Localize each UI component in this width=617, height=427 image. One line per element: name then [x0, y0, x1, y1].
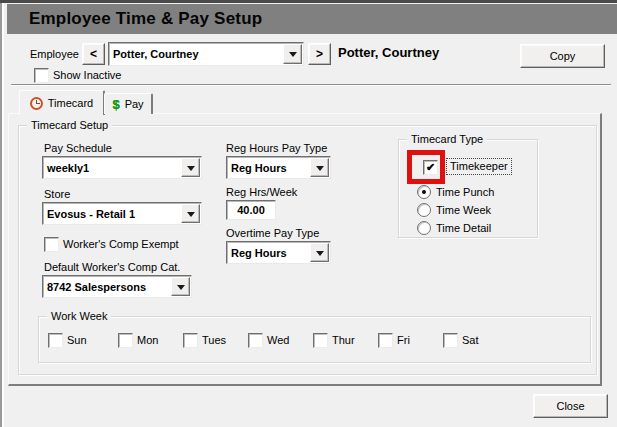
- employee-select-value: Potter, Courtney: [113, 48, 199, 60]
- day-thur-label: Thur: [332, 334, 355, 347]
- timecard-setup-group-label: Timecard Setup: [27, 119, 112, 131]
- day-mon-label: Mon: [137, 334, 158, 347]
- default-workers-comp-select[interactable]: 8742 Salespersons: [42, 275, 192, 298]
- dropdown-arrow-icon[interactable]: [181, 158, 200, 177]
- default-workers-comp-label: Default Worker's Comp Cat.: [44, 261, 180, 274]
- dollar-icon: $: [112, 97, 119, 112]
- reg-hours-pay-type-value: Reg Hours: [231, 162, 287, 174]
- show-inactive-label: Show Inactive: [53, 69, 121, 82]
- dropdown-arrow-icon[interactable]: [171, 277, 190, 296]
- employee-name-display: Potter, Courtney: [338, 46, 439, 59]
- overtime-pay-type-label: Overtime Pay Type: [226, 227, 319, 240]
- day-tues-checkbox[interactable]: [183, 333, 198, 348]
- reg-hours-pay-type-select[interactable]: Reg Hours: [226, 156, 331, 179]
- chevron-right-icon: >: [316, 47, 323, 61]
- prev-employee-button[interactable]: <: [82, 43, 105, 65]
- tab-pay[interactable]: $ Pay: [104, 93, 153, 114]
- reg-hours-pay-type-label: Reg Hours Pay Type: [226, 142, 327, 155]
- day-fri-label: Fri: [397, 334, 410, 347]
- reg-hrs-week-input[interactable]: [226, 200, 276, 220]
- show-inactive-checkbox[interactable]: [34, 68, 49, 83]
- radio-time-detail-label: Time Detail: [436, 222, 491, 235]
- workers-comp-exempt-label: Worker's Comp Exempt: [63, 238, 179, 251]
- employee-time-pay-setup-window: Employee Time & Pay Setup Employee < Pot…: [0, 0, 617, 427]
- day-wed-checkbox[interactable]: [248, 333, 263, 348]
- dropdown-arrow-icon[interactable]: [310, 158, 329, 177]
- day-mon-checkbox[interactable]: [118, 333, 133, 348]
- day-tues-label: Tues: [202, 334, 226, 347]
- employee-label: Employee: [30, 48, 79, 61]
- copy-button[interactable]: Copy: [520, 44, 605, 68]
- close-button-label: Close: [556, 400, 584, 412]
- store-label: Store: [44, 188, 70, 201]
- radio-time-detail[interactable]: [417, 221, 431, 235]
- default-workers-comp-value: 8742 Salespersons: [47, 281, 146, 293]
- title-bar: Employee Time & Pay Setup: [7, 4, 617, 34]
- header-divider: [11, 84, 611, 86]
- day-fri-checkbox[interactable]: [378, 333, 393, 348]
- next-employee-button[interactable]: >: [308, 43, 331, 65]
- day-wed-label: Wed: [267, 334, 289, 347]
- checkmark-icon: ✔: [426, 162, 435, 173]
- work-week-group-label: Work Week: [47, 310, 111, 322]
- dropdown-arrow-icon[interactable]: [181, 204, 200, 223]
- tab-timecard-label: Timecard: [48, 97, 93, 109]
- radio-time-punch-label: Time Punch: [436, 186, 494, 199]
- reg-hrs-week-label: Reg Hrs/Week: [226, 186, 297, 199]
- close-button[interactable]: Close: [533, 394, 608, 418]
- day-thur-checkbox[interactable]: [313, 333, 328, 348]
- workers-comp-exempt-checkbox[interactable]: [44, 237, 59, 252]
- store-value: Evosus - Retail 1: [47, 208, 135, 220]
- chevron-left-icon: <: [90, 47, 97, 61]
- timecard-type-group-label: Timecard Type: [407, 133, 487, 145]
- overtime-pay-type-select[interactable]: Reg Hours: [226, 241, 331, 264]
- pay-schedule-value: weekly1: [47, 162, 89, 174]
- radio-time-week-label: Time Week: [436, 204, 491, 217]
- store-select[interactable]: Evosus - Retail 1: [42, 202, 202, 225]
- day-sat-checkbox[interactable]: [443, 333, 458, 348]
- day-sat-label: Sat: [462, 334, 479, 347]
- timekeeper-checkbox[interactable]: ✔: [423, 160, 438, 175]
- tab-timecard[interactable]: Timecard: [19, 90, 105, 115]
- radio-time-punch[interactable]: [417, 185, 431, 199]
- tab-pay-label: Pay: [125, 98, 144, 110]
- overtime-pay-type-value: Reg Hours: [231, 247, 287, 259]
- day-sun-checkbox[interactable]: [48, 333, 63, 348]
- employee-select[interactable]: Potter, Courtney: [108, 42, 304, 66]
- dropdown-arrow-icon[interactable]: [283, 44, 302, 64]
- clock-icon: [30, 97, 43, 110]
- radio-time-week[interactable]: [417, 203, 431, 217]
- timekeeper-label: Timekeeper: [447, 159, 511, 174]
- pay-schedule-select[interactable]: weekly1: [42, 156, 202, 179]
- radio-dot: [422, 190, 426, 194]
- page-title: Employee Time & Pay Setup: [29, 9, 262, 29]
- copy-button-label: Copy: [550, 50, 576, 62]
- day-sun-label: Sun: [67, 334, 87, 347]
- pay-schedule-label: Pay Schedule: [44, 142, 112, 155]
- dropdown-arrow-icon[interactable]: [310, 243, 329, 262]
